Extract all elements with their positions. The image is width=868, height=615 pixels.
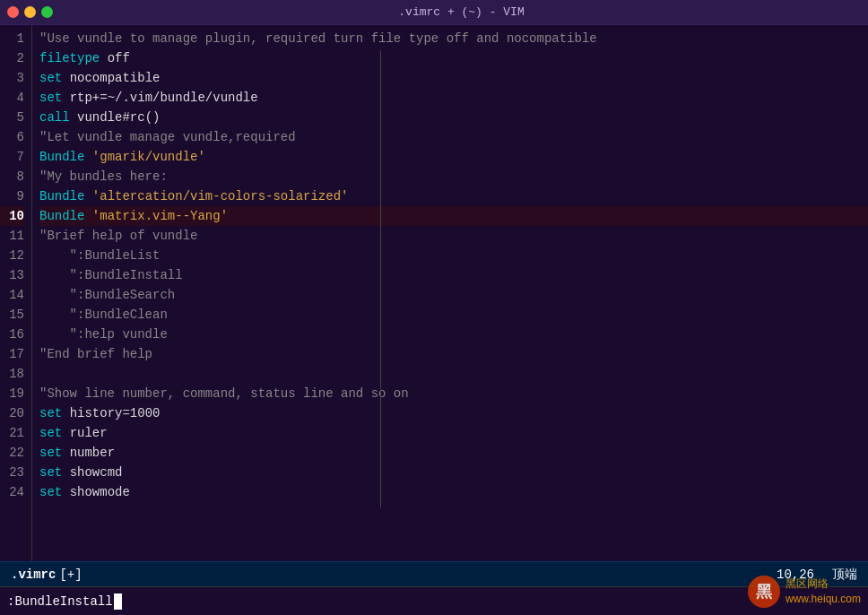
line-number: 18 (0, 364, 24, 384)
code-line: Bundle 'matrix.vim--Yang' (39, 206, 868, 226)
titlebar: .vimrc + (~) - VIM (0, 0, 868, 25)
code-line: "Use vundle to manage plugin, required t… (39, 29, 868, 48)
line-number: 21 (0, 423, 24, 443)
code-line (39, 364, 868, 384)
statusbar: .vimrc [+] 10,26 顶端 (0, 561, 868, 586)
statusbar-filename: .vimrc (11, 567, 56, 582)
line-number: 16 (0, 325, 24, 344)
code-line: set showmode (39, 482, 868, 502)
editor-container: 123456789101112131415161718192021222324 … (0, 25, 868, 615)
line-number: 20 (0, 403, 24, 423)
code-line: "My bundles here: (39, 167, 868, 186)
line-number: 6 (0, 127, 24, 147)
line-number: 8 (0, 167, 24, 186)
line-number: 2 (0, 48, 24, 68)
code-line: "Brief help of vundle (39, 226, 868, 246)
line-number: 14 (0, 285, 24, 305)
line-number: 22 (0, 443, 24, 463)
code-line: call vundle#rc() (39, 108, 868, 127)
line-number: 5 (0, 108, 24, 127)
editor-body: 123456789101112131415161718192021222324 … (0, 25, 868, 561)
titlebar-buttons (7, 6, 53, 18)
watermark-text: 黑区网络 www.heiqu.com (786, 576, 861, 607)
close-button[interactable] (7, 6, 19, 18)
watermark-logo: 黑 (748, 576, 780, 608)
cmdline-text: :BundleInstall (7, 594, 113, 609)
code-line: Bundle 'gmarik/vundle' (39, 147, 868, 167)
code-line: "Show line number, command, status line … (39, 384, 868, 403)
cmdline-cursor (114, 593, 122, 610)
line-number: 11 (0, 226, 24, 246)
line-number: 7 (0, 147, 24, 167)
code-area[interactable]: "Use vundle to manage plugin, required t… (32, 25, 868, 561)
code-line: ":BundleInstall (39, 265, 868, 285)
line-number: 17 (0, 344, 24, 364)
watermark: 黑 黑区网络 www.heiqu.com (748, 576, 861, 608)
line-number: 10 (0, 206, 24, 226)
code-line: ":BundleList (39, 246, 868, 265)
code-line: Bundle 'altercation/vim-colors-solarized… (39, 186, 868, 206)
minimize-button[interactable] (24, 6, 36, 18)
maximize-button[interactable] (41, 6, 53, 18)
code-line: set number (39, 443, 868, 463)
code-line: ":BundleClean (39, 305, 868, 325)
code-line: set history=1000 (39, 403, 868, 423)
code-line: filetype off (39, 48, 868, 68)
command-line[interactable]: :BundleInstall (0, 586, 868, 615)
statusbar-modified: [+] (59, 567, 82, 582)
line-numbers: 123456789101112131415161718192021222324 (0, 25, 32, 561)
window-title: .vimrc + (~) - VIM (62, 5, 861, 19)
line-number: 19 (0, 384, 24, 403)
code-line: ":BundleSearch (39, 285, 868, 305)
line-number: 24 (0, 482, 24, 502)
code-line: set showcmd (39, 463, 868, 482)
line-number: 9 (0, 186, 24, 206)
line-number: 13 (0, 265, 24, 285)
line-number: 15 (0, 305, 24, 325)
code-line: "Let vundle manage vundle,required (39, 127, 868, 147)
code-content[interactable]: "Use vundle to manage plugin, required t… (32, 25, 868, 561)
code-line: set nocompatible (39, 68, 868, 88)
code-line: "End brief help (39, 344, 868, 364)
code-line: set rtp+=~/.vim/bundle/vundle (39, 88, 868, 108)
line-number: 23 (0, 463, 24, 482)
line-number: 1 (0, 29, 24, 48)
code-line: set ruler (39, 423, 868, 443)
line-number: 12 (0, 246, 24, 265)
code-line: ":help vundle (39, 325, 868, 344)
line-number: 4 (0, 88, 24, 108)
line-number: 3 (0, 68, 24, 88)
